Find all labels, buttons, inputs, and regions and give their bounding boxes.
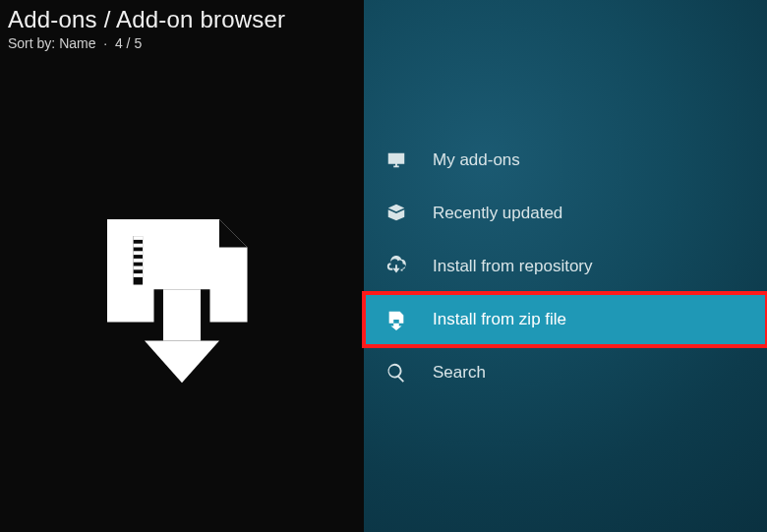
svg-rect-9 — [163, 289, 201, 340]
menu-item-recently-updated[interactable]: Recently updated — [364, 187, 767, 240]
search-icon — [385, 362, 415, 384]
page-title: Add-ons / Add-on browser — [8, 6, 354, 33]
list-position: 4 / 5 — [115, 35, 142, 51]
right-panel: My add-ons Recently updated Install from… — [364, 0, 767, 532]
svg-rect-5 — [134, 258, 144, 262]
left-panel: Add-ons / Add-on browser Sort by: Name ·… — [0, 0, 364, 532]
menu-item-install-zip[interactable]: Install from zip file — [364, 293, 767, 346]
header: Add-ons / Add-on browser Sort by: Name ·… — [0, 0, 364, 55]
menu-item-label: Search — [433, 363, 486, 383]
menu-item-search[interactable]: Search — [364, 346, 767, 399]
menu-item-my-addons[interactable]: My add-ons — [364, 134, 767, 187]
menu-item-label: Install from zip file — [433, 310, 566, 329]
svg-rect-6 — [134, 266, 144, 269]
open-box-icon — [385, 203, 415, 224]
zip-download-icon — [385, 309, 415, 330]
menu-item-label: Recently updated — [433, 204, 562, 223]
dot-separator: · — [99, 35, 115, 51]
menu-item-install-repository[interactable]: Install from repository — [364, 240, 767, 293]
preview-area — [0, 55, 364, 532]
zip-file-download-icon — [88, 201, 275, 387]
svg-rect-4 — [134, 251, 144, 255]
monitor-icon — [385, 149, 415, 171]
menu-item-label: Install from repository — [433, 257, 593, 276]
menu-item-label: My add-ons — [433, 150, 520, 170]
svg-rect-3 — [134, 243, 144, 247]
svg-rect-2 — [134, 236, 144, 240]
svg-rect-8 — [130, 226, 147, 236]
sort-label: Sort by: Name — [8, 35, 95, 51]
svg-marker-10 — [145, 340, 219, 383]
cloud-download-icon — [385, 256, 415, 277]
menu-list: My add-ons Recently updated Install from… — [364, 134, 767, 399]
svg-rect-7 — [134, 273, 144, 277]
sort-info: Sort by: Name · 4 / 5 — [8, 35, 354, 51]
